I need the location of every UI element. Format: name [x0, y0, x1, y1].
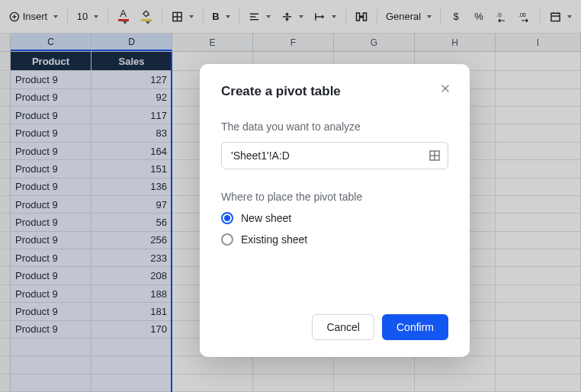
radio-indicator [221, 212, 233, 224]
radio-existing-sheet[interactable]: Existing sheet [221, 233, 448, 246]
radio-label: Existing sheet [241, 233, 307, 246]
radio-label: New sheet [241, 212, 291, 224]
place-label: Where to place the pivot table [221, 191, 448, 203]
range-picker-button[interactable] [429, 149, 441, 162]
confirm-button[interactable]: Confirm [382, 314, 448, 340]
range-label: The data you want to analyze [221, 120, 448, 133]
cancel-button[interactable]: Cancel [312, 314, 374, 340]
dialog-title: Create a pivot table [221, 84, 448, 99]
radio-indicator [221, 233, 233, 246]
range-input[interactable] [221, 142, 448, 169]
confirm-label: Confirm [396, 321, 434, 333]
grid-icon [429, 149, 441, 162]
pivot-table-dialog: Create a pivot table The data you want t… [200, 64, 470, 357]
cancel-label: Cancel [326, 321, 360, 333]
radio-new-sheet[interactable]: New sheet [221, 212, 448, 224]
close-button[interactable] [438, 81, 453, 96]
close-icon [440, 83, 451, 94]
